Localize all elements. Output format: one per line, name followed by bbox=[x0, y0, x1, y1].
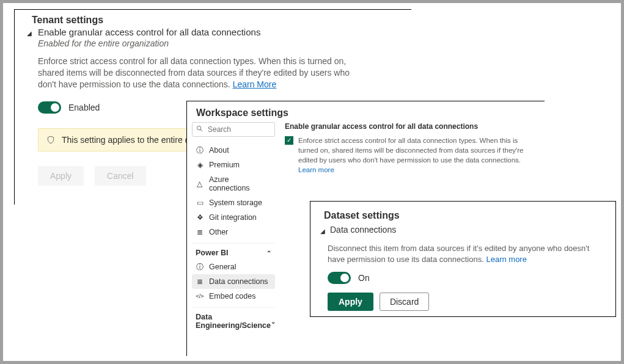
on-toggle[interactable] bbox=[328, 272, 351, 284]
search-icon bbox=[196, 125, 203, 134]
sidebar-item-storage[interactable]: ▭ System storage bbox=[192, 195, 275, 210]
code-icon: </> bbox=[196, 292, 204, 300]
dataset-title: Dataset settings bbox=[310, 202, 615, 225]
sidebar-item-label: Other bbox=[209, 228, 228, 236]
sidebar-item-embed[interactable]: </> Embed codes bbox=[192, 289, 275, 304]
sidebar-item-about[interactable]: ⓘ About bbox=[192, 143, 275, 158]
enabled-toggle[interactable] bbox=[38, 101, 61, 114]
dataset-description: Disconnect this item from data sources i… bbox=[310, 235, 615, 264]
collapse-icon[interactable]: ◢ bbox=[319, 227, 326, 235]
notice-text: This setting applies to the entire org bbox=[62, 135, 197, 145]
sidebar-item-dataconnections[interactable]: ≣ Data connections bbox=[192, 274, 275, 289]
tenant-description: Enforce strict access control for all da… bbox=[15, 48, 357, 90]
storage-icon: ▭ bbox=[196, 198, 204, 207]
workspace-content-desc: Enforce strict access control for all da… bbox=[298, 136, 536, 175]
diamond-icon: ◈ bbox=[196, 161, 204, 169]
collapse-icon[interactable]: ◢ bbox=[26, 29, 33, 37]
sidebar-item-label: Azure connections bbox=[209, 175, 271, 192]
section-powerbi[interactable]: Power BI ⌃ bbox=[192, 243, 275, 260]
chevron-down-icon: ⌄ bbox=[271, 318, 276, 325]
dataset-subtitle: Data connections bbox=[330, 225, 396, 235]
git-icon: ❖ bbox=[196, 213, 204, 222]
notice-bar: This setting applies to the entire org bbox=[38, 128, 209, 151]
sidebar-item-label: Data connections bbox=[209, 277, 268, 286]
tenant-status: Enabled for the entire organization bbox=[15, 38, 411, 48]
sidebar-item-other[interactable]: ≣ Other bbox=[192, 225, 275, 239]
apply-button[interactable]: Apply bbox=[328, 293, 373, 311]
learn-more-link[interactable]: Learn more bbox=[298, 166, 334, 173]
sidebar-item-general[interactable]: ⓘ General bbox=[192, 260, 275, 274]
sidebar-item-label: General bbox=[209, 263, 236, 271]
search-field[interactable] bbox=[207, 125, 271, 134]
workspace-title: Workspace settings bbox=[187, 101, 545, 122]
dataconn-icon: ≣ bbox=[196, 277, 204, 286]
sidebar-item-premium[interactable]: ◈ Premium bbox=[192, 158, 275, 172]
sidebar-item-label: Premium bbox=[209, 161, 240, 169]
on-toggle-label: On bbox=[358, 273, 370, 283]
svg-point-0 bbox=[197, 126, 200, 129]
shield-icon bbox=[46, 136, 56, 144]
enabled-toggle-label: Enabled bbox=[68, 103, 100, 112]
svg-line-1 bbox=[200, 129, 202, 131]
sidebar-item-label: Embed codes bbox=[209, 292, 255, 300]
info-icon: ⓘ bbox=[196, 146, 204, 155]
learn-more-link[interactable]: Learn More bbox=[233, 79, 277, 89]
sidebar-item-label: Git integration bbox=[209, 213, 257, 222]
cancel-button[interactable]: Cancel bbox=[95, 166, 146, 186]
sidebar-item-label: System storage bbox=[209, 198, 262, 207]
section-data-eng[interactable]: Data Engineering/Science ⌄ bbox=[192, 307, 275, 332]
azure-icon: △ bbox=[196, 180, 204, 188]
tenant-subtitle: Enable granular access control for all d… bbox=[38, 27, 260, 37]
list-icon: ≣ bbox=[196, 228, 204, 236]
learn-more-link[interactable]: Learn more bbox=[486, 255, 526, 264]
search-input[interactable] bbox=[192, 122, 275, 137]
workspace-sidebar: ⓘ About ◈ Premium △ Azure connections ▭ … bbox=[187, 122, 280, 332]
sidebar-item-azure[interactable]: △ Azure connections bbox=[192, 172, 275, 195]
tenant-title: Tenant settings bbox=[15, 10, 411, 27]
dataset-settings-panel: Dataset settings ◢ Data connections Disc… bbox=[310, 201, 616, 317]
workspace-content-title: Enable granular access control for all d… bbox=[285, 122, 536, 136]
canvas: Tenant settings ◢ Enable granular access… bbox=[0, 0, 624, 364]
tenant-description-text: Enforce strict access control for all da… bbox=[38, 56, 350, 89]
discard-button[interactable]: Discard bbox=[380, 293, 429, 311]
sidebar-item-label: About bbox=[209, 146, 229, 155]
enforce-checkbox[interactable]: ✓ bbox=[285, 136, 293, 145]
section-label: Power BI bbox=[196, 249, 229, 257]
apply-button[interactable]: Apply bbox=[38, 166, 84, 186]
sidebar-item-git[interactable]: ❖ Git integration bbox=[192, 210, 275, 225]
info-icon: ⓘ bbox=[196, 263, 204, 271]
section-label: Data Engineering/Science bbox=[196, 313, 271, 330]
chevron-up-icon: ⌃ bbox=[266, 250, 271, 257]
